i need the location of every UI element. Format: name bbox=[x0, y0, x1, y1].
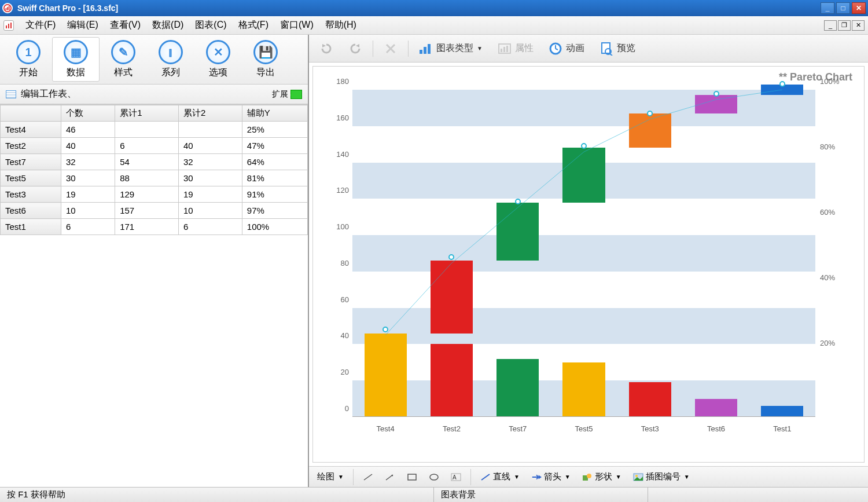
step-icon: ⫿ bbox=[159, 40, 183, 64]
menu-chart[interactable]: 图表(C) bbox=[189, 17, 232, 34]
table-cell[interactable]: Test2 bbox=[1, 138, 61, 154]
menu-file[interactable]: 文件(F) bbox=[20, 17, 61, 34]
table-cell[interactable]: 10 bbox=[178, 203, 242, 219]
ellipse-tool[interactable] bbox=[426, 472, 442, 482]
table-cell[interactable]: 47% bbox=[242, 138, 307, 154]
table-cell[interactable]: 40 bbox=[178, 138, 242, 154]
properties-button[interactable]: 属性 bbox=[493, 39, 538, 58]
table-cell[interactable]: 54 bbox=[115, 154, 179, 170]
x-axis-tick: Test2 bbox=[425, 424, 477, 433]
line-marker[interactable] bbox=[382, 327, 388, 332]
undo-button[interactable] bbox=[315, 39, 338, 58]
table-cell[interactable]: 19 bbox=[61, 186, 115, 203]
minimize-button[interactable]: _ bbox=[821, 2, 834, 14]
worksheet-title[interactable]: 编辑工作表、 bbox=[21, 88, 76, 100]
table-cell[interactable]: Test6 bbox=[1, 203, 61, 219]
table-cell[interactable]: 129 bbox=[115, 186, 179, 203]
table-cell[interactable]: 6 bbox=[178, 219, 242, 235]
table-row[interactable]: Test530883081% bbox=[1, 170, 308, 186]
table-cell[interactable]: Test4 bbox=[1, 122, 61, 138]
table-cell[interactable]: 10 bbox=[61, 203, 115, 219]
table-cell[interactable]: 40 bbox=[61, 138, 115, 154]
data-table[interactable]: 个数累计1累计2辅助Y Test44625%Test24064047%Test7… bbox=[0, 105, 308, 235]
expand-icon[interactable] bbox=[290, 90, 302, 99]
line-marker[interactable] bbox=[515, 199, 521, 204]
doc-icon bbox=[3, 20, 14, 31]
line-marker[interactable] bbox=[713, 91, 719, 97]
draw-menu-button[interactable]: 绘图▼ bbox=[315, 470, 346, 483]
table-cell[interactable]: 97% bbox=[242, 203, 307, 219]
table-row[interactable]: Test3191291991% bbox=[1, 186, 308, 203]
table-cell[interactable]: 157 bbox=[115, 203, 179, 219]
arrow-menu[interactable]: 箭头▼ bbox=[529, 470, 573, 483]
chart-canvas[interactable]: ** Pareto Chart 020406080100120140160180… bbox=[309, 63, 868, 466]
line-tool[interactable] bbox=[361, 472, 376, 482]
y-axis-tick: 140 bbox=[329, 149, 349, 158]
table-header[interactable]: 辅助Y bbox=[242, 105, 307, 122]
table-cell[interactable]: 25% bbox=[242, 122, 307, 138]
animation-button[interactable]: 动画 bbox=[544, 39, 589, 58]
line-marker[interactable] bbox=[448, 254, 454, 260]
table-cell[interactable]: 6 bbox=[115, 138, 179, 154]
table-cell[interactable]: 91% bbox=[242, 186, 307, 203]
mdi-close-button[interactable]: ✕ bbox=[852, 20, 865, 31]
shape-menu[interactable]: 形状▼ bbox=[580, 470, 624, 483]
straight-line-menu[interactable]: 直线▼ bbox=[478, 470, 522, 483]
menu-help[interactable]: 帮助(H) bbox=[319, 17, 362, 34]
text-tool[interactable]: A bbox=[448, 472, 464, 482]
table-cell[interactable]: 46 bbox=[61, 122, 115, 138]
table-cell[interactable]: 6 bbox=[61, 219, 115, 235]
table-cell[interactable]: 171 bbox=[115, 219, 179, 235]
close-button[interactable]: ✕ bbox=[852, 2, 866, 14]
table-cell[interactable]: Test1 bbox=[1, 219, 61, 235]
line-marker[interactable] bbox=[581, 143, 587, 149]
expand-label[interactable]: 扩展 bbox=[272, 89, 288, 100]
table-cell[interactable]: Test7 bbox=[1, 154, 61, 170]
step-导出[interactable]: 💾导出 bbox=[242, 37, 289, 82]
table-header[interactable] bbox=[1, 105, 61, 122]
table-row[interactable]: Test44625% bbox=[1, 122, 308, 138]
arrow-tool[interactable] bbox=[382, 472, 398, 482]
table-cell[interactable]: 19 bbox=[178, 186, 242, 203]
step-数据[interactable]: ▦数据 bbox=[52, 37, 100, 82]
table-cell[interactable]: 32 bbox=[178, 154, 242, 170]
maximize-button[interactable]: □ bbox=[836, 2, 850, 14]
table-cell[interactable] bbox=[178, 122, 242, 138]
rect-tool[interactable] bbox=[404, 472, 420, 482]
chart-type-button[interactable]: 图表类型 ▼ bbox=[414, 39, 487, 58]
menu-view[interactable]: 查看(V) bbox=[104, 17, 146, 34]
table-cell[interactable]: 30 bbox=[178, 170, 242, 186]
table-row[interactable]: Test6101571097% bbox=[1, 203, 308, 219]
step-样式[interactable]: ✎样式 bbox=[100, 37, 147, 82]
table-cell[interactable]: Test5 bbox=[1, 170, 61, 186]
step-开始[interactable]: 1开始 bbox=[5, 37, 52, 82]
table-cell[interactable]: 100% bbox=[242, 219, 307, 235]
table-cell[interactable]: Test3 bbox=[1, 186, 61, 203]
table-cell[interactable]: 88 bbox=[115, 170, 179, 186]
table-header[interactable]: 累计1 bbox=[115, 105, 179, 122]
table-row[interactable]: Test732543264% bbox=[1, 154, 308, 170]
mdi-minimize-button[interactable]: _ bbox=[824, 20, 837, 31]
table-cell[interactable]: 81% bbox=[242, 170, 307, 186]
table-header[interactable]: 个数 bbox=[61, 105, 115, 122]
table-cell[interactable]: 32 bbox=[61, 154, 115, 170]
delete-button[interactable] bbox=[379, 39, 402, 58]
line-marker[interactable] bbox=[647, 111, 653, 116]
clipart-menu[interactable]: 插图编号▼ bbox=[631, 470, 692, 483]
redo-button[interactable] bbox=[344, 39, 367, 58]
menu-format[interactable]: 格式(F) bbox=[233, 17, 274, 34]
step-选项[interactable]: ✕选项 bbox=[194, 37, 242, 82]
table-cell[interactable] bbox=[115, 122, 179, 138]
menu-data[interactable]: 数据(D) bbox=[146, 17, 189, 34]
mdi-restore-button[interactable]: ❐ bbox=[838, 20, 851, 31]
menu-edit[interactable]: 编辑(E) bbox=[61, 17, 104, 34]
table-cell[interactable]: 64% bbox=[242, 154, 307, 170]
table-cell[interactable]: 30 bbox=[61, 170, 115, 186]
table-row[interactable]: Test161716100% bbox=[1, 219, 308, 235]
menu-window[interactable]: 窗口(W) bbox=[274, 17, 319, 34]
line-marker[interactable] bbox=[779, 81, 785, 87]
preview-button[interactable]: 预览 bbox=[595, 39, 640, 58]
table-row[interactable]: Test24064047% bbox=[1, 138, 308, 154]
step-系列[interactable]: ⫿系列 bbox=[147, 37, 194, 82]
table-header[interactable]: 累计2 bbox=[178, 105, 242, 122]
